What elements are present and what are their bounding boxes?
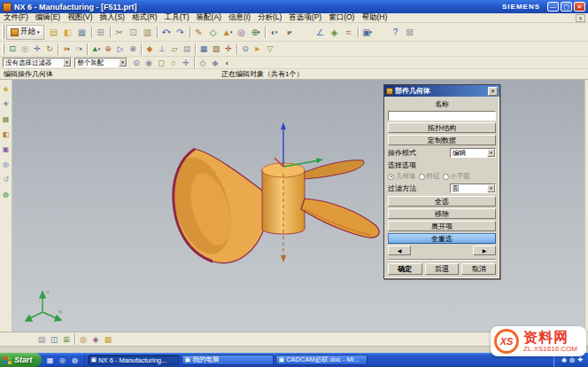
verify-toolpath-icon[interactable]: ▷: [114, 43, 127, 55]
window-titlebar[interactable]: NX 6 - Manufacturing - [F511.prt] SIEMEN…: [0, 0, 588, 13]
endpoint-snap-icon[interactable]: ◉: [143, 57, 155, 69]
menu-item-2[interactable]: 视图(V): [64, 12, 96, 23]
name-input[interactable]: [388, 111, 496, 121]
history-icon[interactable]: ↺: [1, 174, 12, 184]
cut-icon[interactable]: ✂: [112, 25, 127, 39]
shaded-icon[interactable]: ●▾: [60, 43, 73, 55]
menu-item-9[interactable]: 首选项(P): [285, 12, 325, 23]
menu-item-1[interactable]: 编辑(E): [32, 12, 64, 23]
model-views-icon[interactable]: ◈: [89, 333, 102, 346]
show-desktop-icon[interactable]: ▦: [45, 355, 56, 365]
new-icon[interactable]: ▤: [47, 25, 61, 39]
render-style-icon[interactable]: ◑▾: [282, 25, 296, 39]
toolbar-grip[interactable]: [2, 43, 4, 55]
reselect-all-button[interactable]: 全重选: [388, 233, 496, 244]
menu-item-0[interactable]: 文件(F): [0, 12, 32, 23]
curve-analysis-icon[interactable]: ≈: [342, 25, 356, 39]
chevron-down-icon[interactable]: ▾: [63, 59, 71, 66]
list-button-2[interactable]: 展开项: [388, 221, 496, 231]
wcs-icon[interactable]: ✛: [222, 43, 235, 55]
intersection-snap-icon[interactable]: ✛: [180, 57, 192, 69]
assembly-navigator-icon[interactable]: ◈: [1, 83, 12, 94]
pan-icon[interactable]: ✛: [31, 43, 43, 55]
menu-item-6[interactable]: 装配(A): [193, 12, 225, 23]
analysis-icon[interactable]: ◈: [328, 25, 342, 39]
quadrant-snap-icon[interactable]: ◐: [221, 57, 234, 69]
next-item-button[interactable]: ▶: [473, 246, 496, 255]
copy-icon[interactable]: ⊡: [127, 25, 141, 39]
dependencies-icon[interactable]: ▤: [35, 333, 48, 346]
help-icon[interactable]: ?: [389, 25, 403, 39]
menu-item-8[interactable]: 分析(L): [254, 12, 285, 23]
list-button-1[interactable]: 移除: [388, 208, 496, 219]
method-icon[interactable]: ▱: [168, 43, 181, 55]
unite-icon[interactable]: ⊕▾: [249, 25, 263, 39]
fullscreen-icon[interactable]: ⊠: [403, 25, 417, 39]
radio-option-0[interactable]: 几何体: [388, 172, 416, 181]
antivirus-tray-icon[interactable]: ◉: [561, 356, 567, 363]
undo-icon[interactable]: ↶▾: [159, 25, 174, 39]
details-panel-icon[interactable]: ◫: [48, 333, 60, 346]
web-browser-icon[interactable]: ◎: [1, 159, 12, 169]
media-player-icon[interactable]: ◍: [70, 355, 81, 365]
dialog-close-icon[interactable]: ✕: [488, 87, 498, 96]
create-tool-icon[interactable]: ⊥: [156, 43, 168, 55]
menu-item-4[interactable]: 格式(R): [128, 12, 161, 23]
filter-icon[interactable]: ▽: [264, 43, 276, 55]
custom-data-button[interactable]: 定制数据: [388, 135, 496, 145]
snap-enable-icon[interactable]: ⊙: [130, 57, 143, 69]
selection-filter-combo[interactable]: 没有选择过滤器 ▾: [3, 58, 72, 67]
hole-icon[interactable]: ◎: [235, 25, 249, 39]
datum-plane-icon[interactable]: ◇: [206, 25, 220, 39]
taskbar-task-2[interactable]: ▣CADCAM必联.doc - Mi...: [275, 355, 368, 365]
center-snap-icon[interactable]: ○: [167, 57, 180, 69]
previous-item-button[interactable]: ◀: [388, 246, 411, 255]
generate-toolpath-icon[interactable]: ⊕: [102, 43, 114, 55]
sketch-icon[interactable]: ✎: [192, 25, 206, 39]
create-operation-icon[interactable]: ▲▾: [89, 43, 102, 55]
volume-tray-icon[interactable]: ◍: [569, 356, 575, 363]
chevron-down-icon[interactable]: ▾: [487, 149, 495, 157]
browser-icon[interactable]: ◎: [58, 355, 68, 365]
menu-item-7[interactable]: 信息(I): [225, 12, 254, 23]
program-order-icon[interactable]: ▤: [181, 43, 193, 55]
constraint-navigator-icon[interactable]: ✛: [1, 98, 12, 109]
orient-view-icon[interactable]: ◐▾: [267, 25, 282, 39]
save-icon[interactable]: ▦: [75, 25, 89, 39]
paste-icon[interactable]: ▥: [141, 25, 155, 39]
window-icon[interactable]: ▣▾: [360, 25, 375, 39]
selection-scope-combo[interactable]: 整个装配 ▾: [74, 58, 128, 67]
point-on-face-icon[interactable]: ◆: [209, 57, 221, 69]
back-button[interactable]: 后退: [425, 263, 460, 275]
start-application-button[interactable]: 开始 ▾: [6, 25, 44, 40]
list-button-0[interactable]: 全选: [388, 196, 496, 207]
hd3d-tools-icon[interactable]: ▣: [1, 144, 12, 154]
point-on-curve-icon[interactable]: ◇: [197, 57, 209, 69]
chevron-down-icon[interactable]: ▾: [487, 184, 495, 192]
part-navigator-icon[interactable]: ▦: [1, 113, 12, 124]
layer-settings-icon[interactable]: ▧: [210, 43, 222, 55]
minimize-button[interactable]: —: [547, 2, 559, 12]
menu-item-10[interactable]: 窗口(O): [325, 12, 358, 23]
menu-item-11[interactable]: 帮助(H): [358, 12, 391, 23]
network-tray-icon[interactable]: ✚: [577, 356, 583, 363]
cam-navigator-icon[interactable]: ▦: [102, 333, 114, 346]
materials-icon[interactable]: ◍: [1, 189, 12, 199]
rotate-icon[interactable]: ↻: [43, 43, 56, 55]
midpoint-snap-icon[interactable]: ◻: [155, 57, 167, 69]
redo-icon[interactable]: ↷: [174, 25, 188, 39]
menu-item-3[interactable]: 插入(S): [97, 12, 128, 23]
print-icon[interactable]: ⊞: [94, 25, 108, 39]
snap-point-icon[interactable]: ⊙: [239, 43, 251, 55]
start-menu-button[interactable]: Start: [0, 353, 42, 367]
ok-button[interactable]: 确定: [388, 263, 422, 275]
taskbar-task-0[interactable]: ▣NX 6 - Manufacturing...: [88, 355, 180, 365]
preview-panel-icon[interactable]: ⊞: [60, 333, 73, 346]
command-finder-icon[interactable]: ◎: [77, 333, 89, 346]
toolbar-grip[interactable]: [2, 25, 4, 39]
chevron-down-icon[interactable]: ▾: [119, 59, 127, 66]
radio-option-2[interactable]: 小平面: [443, 172, 471, 181]
view-fit-icon[interactable]: ⊡: [6, 43, 19, 55]
operation-mode-combo[interactable]: 编辑 ▾: [450, 148, 496, 158]
extrude-icon[interactable]: ▲▾: [220, 25, 235, 39]
